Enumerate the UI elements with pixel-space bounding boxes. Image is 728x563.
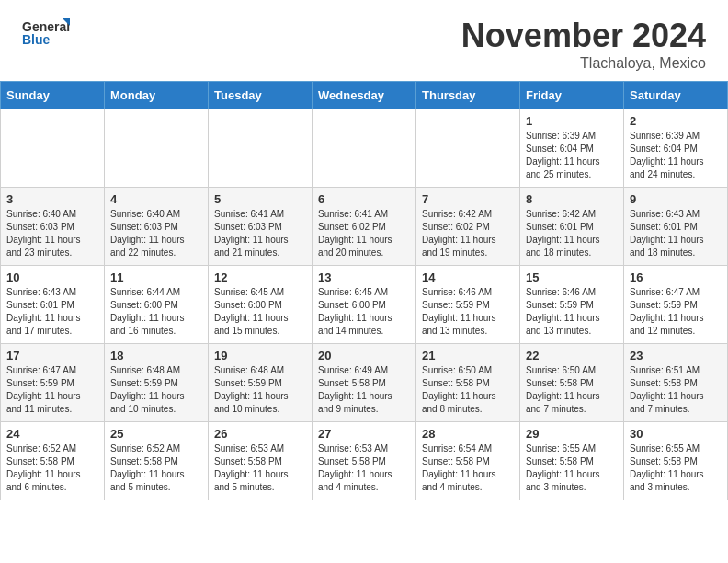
day-info-line: Sunset: 6:00 PM <box>318 300 386 310</box>
day-info: Sunrise: 6:55 AMSunset: 5:58 PMDaylight:… <box>630 442 722 494</box>
calendar-day-cell: 29Sunrise: 6:55 AMSunset: 5:58 PMDayligh… <box>520 422 624 500</box>
day-info-line: Daylight: 11 hours and 19 minutes. <box>422 235 496 258</box>
day-number: 3 <box>6 192 98 206</box>
day-info-line: Sunrise: 6:48 AM <box>110 365 180 375</box>
calendar-day-cell: 23Sunrise: 6:51 AMSunset: 5:58 PMDayligh… <box>624 344 728 422</box>
day-number: 18 <box>110 349 202 362</box>
day-info: Sunrise: 6:41 AMSunset: 6:02 PMDaylight:… <box>318 208 410 259</box>
calendar-day-cell: 9Sunrise: 6:43 AMSunset: 6:01 PMDaylight… <box>624 188 728 266</box>
day-info-line: Sunset: 5:58 PM <box>110 456 178 466</box>
day-info-line: Sunrise: 6:41 AM <box>318 209 388 219</box>
calendar-day-cell <box>1 109 105 188</box>
day-info: Sunrise: 6:49 AMSunset: 5:58 PMDaylight:… <box>318 364 410 416</box>
day-number: 27 <box>318 427 410 441</box>
day-info: Sunrise: 6:53 AMSunset: 5:58 PMDaylight:… <box>214 442 306 494</box>
day-info-line: Sunrise: 6:53 AM <box>214 443 284 454</box>
day-info-line: Sunrise: 6:40 AM <box>6 209 76 219</box>
day-info: Sunrise: 6:52 AMSunset: 5:58 PMDaylight:… <box>110 442 202 494</box>
logo-blue-text: Blue <box>22 32 51 47</box>
day-number: 30 <box>630 427 722 441</box>
calendar-wrapper: SundayMondayTuesdayWednesdayThursdayFrid… <box>0 81 728 510</box>
calendar-day-cell: 17Sunrise: 6:47 AMSunset: 5:59 PMDayligh… <box>1 344 105 422</box>
calendar-day-cell: 15Sunrise: 6:46 AMSunset: 5:59 PMDayligh… <box>520 266 624 344</box>
day-info-line: Sunset: 6:01 PM <box>6 300 74 310</box>
calendar-day-cell: 26Sunrise: 6:53 AMSunset: 5:58 PMDayligh… <box>209 422 313 500</box>
day-info-line: Daylight: 11 hours and 10 minutes. <box>214 391 289 414</box>
day-number: 17 <box>6 349 98 362</box>
day-number: 13 <box>318 270 410 284</box>
day-info-line: Daylight: 11 hours and 13 minutes. <box>422 313 496 336</box>
day-info-line: Sunrise: 6:45 AM <box>318 287 388 297</box>
day-info-line: Sunset: 5:58 PM <box>318 456 386 466</box>
day-info-line: Daylight: 11 hours and 4 minutes. <box>422 469 496 492</box>
day-number: 29 <box>526 427 618 441</box>
day-info-line: Sunrise: 6:50 AM <box>526 365 596 375</box>
day-info-line: Sunset: 5:58 PM <box>6 456 74 466</box>
calendar-table: SundayMondayTuesdayWednesdayThursdayFrid… <box>0 81 728 500</box>
day-info: Sunrise: 6:50 AMSunset: 5:58 PMDaylight:… <box>422 364 514 416</box>
day-number: 23 <box>630 349 722 362</box>
calendar-day-cell <box>416 109 520 188</box>
calendar-day-cell: 16Sunrise: 6:47 AMSunset: 5:59 PMDayligh… <box>624 266 728 344</box>
day-info: Sunrise: 6:44 AMSunset: 6:00 PMDaylight:… <box>110 286 202 338</box>
title-block: November 2024 Tlachaloya, Mexico <box>461 17 706 72</box>
day-number: 5 <box>214 192 306 206</box>
day-info-line: Daylight: 11 hours and 11 minutes. <box>6 391 81 414</box>
day-info-line: Sunset: 5:58 PM <box>422 456 490 466</box>
day-info-line: Sunrise: 6:55 AM <box>630 443 700 454</box>
day-info-line: Sunset: 5:58 PM <box>422 378 490 388</box>
day-number: 1 <box>526 114 618 128</box>
day-number: 28 <box>422 427 514 441</box>
day-info-line: Sunrise: 6:45 AM <box>214 287 284 297</box>
day-info: Sunrise: 6:51 AMSunset: 5:58 PMDaylight:… <box>630 364 722 416</box>
day-info-line: Daylight: 11 hours and 24 minutes. <box>630 156 704 179</box>
day-number: 21 <box>422 349 514 362</box>
day-info-line: Sunset: 6:01 PM <box>630 222 698 232</box>
main-title: November 2024 <box>461 17 706 55</box>
calendar-header: SundayMondayTuesdayWednesdayThursdayFrid… <box>1 82 728 109</box>
day-info-line: Sunset: 5:59 PM <box>6 378 74 388</box>
day-number: 2 <box>630 114 722 128</box>
calendar-day-cell: 2Sunrise: 6:39 AMSunset: 6:04 PMDaylight… <box>624 109 728 188</box>
day-info-line: Daylight: 11 hours and 7 minutes. <box>526 391 600 414</box>
day-info-line: Sunset: 6:02 PM <box>318 222 386 232</box>
day-info: Sunrise: 6:55 AMSunset: 5:58 PMDaylight:… <box>526 442 618 494</box>
day-info-line: Sunrise: 6:46 AM <box>422 287 492 297</box>
day-info-line: Sunrise: 6:55 AM <box>526 443 596 454</box>
calendar-day-cell: 24Sunrise: 6:52 AMSunset: 5:58 PMDayligh… <box>1 422 105 500</box>
calendar-day-cell <box>105 109 209 188</box>
day-info-line: Sunset: 5:59 PM <box>526 300 594 310</box>
day-info: Sunrise: 6:46 AMSunset: 5:59 PMDaylight:… <box>422 286 514 338</box>
day-info-line: Sunrise: 6:39 AM <box>526 131 596 141</box>
day-info-line: Sunset: 6:00 PM <box>214 300 282 310</box>
day-info-line: Sunset: 6:03 PM <box>6 222 74 232</box>
day-info-line: Sunrise: 6:52 AM <box>110 443 180 454</box>
day-info-line: Daylight: 11 hours and 10 minutes. <box>110 391 185 414</box>
day-info: Sunrise: 6:40 AMSunset: 6:03 PMDaylight:… <box>110 208 202 259</box>
day-info: Sunrise: 6:52 AMSunset: 5:58 PMDaylight:… <box>6 442 98 494</box>
day-info-line: Daylight: 11 hours and 18 minutes. <box>526 235 600 258</box>
day-info-line: Daylight: 11 hours and 6 minutes. <box>6 469 81 492</box>
calendar-day-cell: 20Sunrise: 6:49 AMSunset: 5:58 PMDayligh… <box>313 344 416 422</box>
day-info-line: Daylight: 11 hours and 3 minutes. <box>526 469 600 492</box>
day-number: 16 <box>630 270 722 284</box>
calendar-day-cell: 10Sunrise: 6:43 AMSunset: 6:01 PMDayligh… <box>1 266 105 344</box>
calendar-day-cell: 28Sunrise: 6:54 AMSunset: 5:58 PMDayligh… <box>416 422 520 500</box>
calendar-day-cell: 25Sunrise: 6:52 AMSunset: 5:58 PMDayligh… <box>105 422 209 500</box>
day-number: 14 <box>422 270 514 284</box>
day-of-week-header: Sunday <box>1 82 105 109</box>
day-info-line: Sunset: 5:59 PM <box>422 300 490 310</box>
day-info: Sunrise: 6:53 AMSunset: 5:58 PMDaylight:… <box>318 442 410 494</box>
day-info-line: Sunrise: 6:47 AM <box>6 365 76 375</box>
day-info-line: Daylight: 11 hours and 13 minutes. <box>526 313 600 336</box>
calendar-day-cell: 18Sunrise: 6:48 AMSunset: 5:59 PMDayligh… <box>105 344 209 422</box>
day-number: 7 <box>422 192 514 206</box>
day-number: 10 <box>6 270 98 284</box>
day-info-line: Daylight: 11 hours and 23 minutes. <box>6 235 81 258</box>
day-info-line: Sunset: 5:59 PM <box>630 300 698 310</box>
calendar-day-cell: 19Sunrise: 6:48 AMSunset: 5:59 PMDayligh… <box>209 344 313 422</box>
day-of-week-header: Monday <box>105 82 209 109</box>
day-info-line: Sunset: 5:59 PM <box>110 378 178 388</box>
day-info-line: Sunrise: 6:47 AM <box>630 287 700 297</box>
day-info-line: Sunrise: 6:49 AM <box>318 365 388 375</box>
